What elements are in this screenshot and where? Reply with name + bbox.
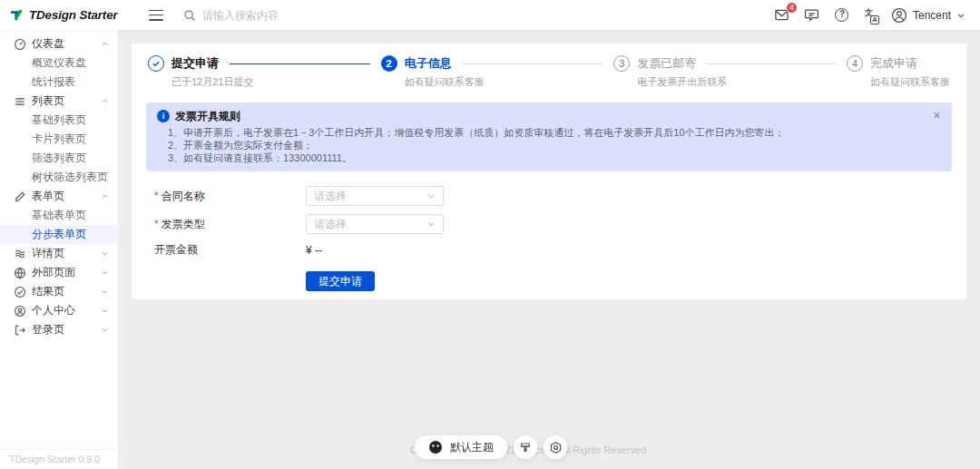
sidebar-item-tree-filter-list[interactable]: 树状筛选列表页 (0, 168, 118, 187)
sidebar-item-filter-list[interactable]: 筛选列表页 (0, 149, 118, 168)
step-number: 3 (613, 55, 630, 72)
alert-rule-3: 3、如有疑问请直接联系：13300001111。 (168, 151, 925, 164)
user-circle-icon (14, 305, 26, 318)
sidebar-item-list-pages[interactable]: 列表页 (0, 92, 118, 111)
step-invoice-mailed: 3 发票已邮寄 电子发票开出后联系 (613, 55, 847, 89)
theme-label: 默认主题 (450, 440, 494, 455)
help-icon: ? (835, 8, 848, 22)
sidebar-item-user-center[interactable]: 个人中心 (0, 301, 118, 320)
avatar-icon (891, 7, 907, 24)
app-version: TDesign Starter 0.9.0 (0, 449, 118, 469)
translate-icon: 文 A (865, 8, 879, 23)
mail-badge: 4 (786, 2, 798, 14)
sidebar-item-base-list[interactable]: 基础列表页 (0, 111, 118, 130)
sidebar-item-result-pages[interactable]: 结果页 (0, 282, 118, 301)
alert-rule-2: 2、开票金额为您实际支付金额； (168, 139, 925, 151)
sidebar-item-external-pages[interactable]: 外部页面 (0, 263, 118, 282)
chevron-down-icon (101, 288, 109, 296)
globe-icon (14, 267, 26, 279)
default-theme-button[interactable]: 默认主题 (415, 435, 507, 459)
contract-name-label: 合同名称 (154, 189, 306, 204)
sidebar: 仪表盘 概览仪表盘 统计报表 列表页 基础列表页 卡片列表页 筛选列表页 树状筛… (0, 30, 118, 469)
mail-button[interactable]: 4 (771, 5, 793, 26)
chevron-down-icon (101, 249, 109, 258)
search-input[interactable] (202, 9, 402, 22)
step-connector (230, 64, 370, 64)
sidebar-item-form-pages[interactable]: 表单页 (0, 187, 118, 206)
theme-toolbar: 默认主题 (415, 435, 567, 459)
top-header: TDesign Starter 4 ? 文 (0, 0, 980, 30)
dashboard-icon (14, 38, 26, 51)
notification-button[interactable] (801, 5, 823, 26)
info-icon: i (157, 110, 170, 122)
invoice-rules-alert: i 发票开具规则 1、申请开票后，电子发票在1－3个工作日内开具；增值税专用发票… (146, 103, 952, 171)
brush-button[interactable] (514, 435, 537, 459)
layers-icon (14, 248, 26, 260)
submit-application-button[interactable]: 提交申请 (306, 271, 375, 291)
chevron-down-icon (101, 269, 109, 277)
chevron-up-icon (101, 97, 109, 105)
help-button[interactable]: ? (831, 5, 853, 26)
sidebar-item-step-form[interactable]: 分步表单页 (0, 225, 118, 244)
sidebar-item-login-page[interactable]: 登录页 (0, 320, 118, 339)
step-electronic-info: 2 电子信息 如有疑问联系客服 (381, 55, 614, 89)
step-submit-application: 提交申请 已于12月21日提交 (148, 55, 381, 89)
chevron-down-icon (956, 11, 965, 20)
chevron-down-icon (426, 191, 436, 200)
invoice-amount-label: 开票金额 (154, 242, 306, 258)
alert-rule-1: 1、申请开票后，电子发票在1－3个工作日内开具；增值税专用发票（纸质）如资质审核… (168, 126, 925, 139)
alert-title: 发票开具规则 (175, 109, 925, 123)
sidebar-item-dashboard[interactable]: 仪表盘 (0, 34, 118, 54)
list-icon (14, 95, 26, 108)
step-complete-application: 4 完成申请 如有疑问联系客服 (847, 55, 950, 89)
sidebar-item-base-form[interactable]: 基础表单页 (0, 206, 118, 225)
chevron-up-icon (101, 40, 109, 48)
step-number: 4 (847, 55, 863, 72)
step-check-icon (148, 55, 164, 72)
stepper: 提交申请 已于12月21日提交 2 电子信息 如有疑问联系客服 3 发票已邮寄 (132, 44, 966, 89)
app-logo[interactable]: TDesign Starter (0, 8, 136, 23)
chevron-up-icon (101, 192, 109, 200)
invoice-amount-value: ¥ -- (306, 244, 322, 257)
step-connector (707, 64, 836, 64)
sidebar-item-statistics[interactable]: 统计报表 (0, 73, 118, 92)
chevron-down-icon (426, 220, 436, 229)
sidebar-item-card-list[interactable]: 卡片列表页 (0, 130, 118, 149)
user-name: Tencent (913, 9, 951, 22)
gear-icon (549, 441, 563, 454)
settings-button[interactable] (544, 435, 567, 459)
chevron-down-icon (101, 326, 109, 334)
step-form-card: 提交申请 已于12月21日提交 2 电子信息 如有疑问联系客服 3 发票已邮寄 (132, 44, 966, 299)
step-connector (463, 64, 603, 64)
logout-icon (14, 324, 26, 337)
chevron-down-icon (101, 307, 109, 315)
contract-name-select[interactable]: 请选择 (306, 186, 444, 206)
user-menu[interactable]: Tencent (891, 7, 965, 24)
close-icon[interactable]: ✕ (933, 109, 941, 122)
translate-button[interactable]: 文 A (861, 5, 883, 26)
menu-toggle-icon[interactable] (149, 10, 163, 21)
sidebar-item-detail-pages[interactable]: 详情页 (0, 244, 118, 263)
brush-icon (519, 441, 532, 454)
step-number: 2 (381, 55, 397, 72)
invoice-form: 合同名称 请选择 发票类型 请选择 开票金额 (132, 186, 966, 291)
search-icon (183, 9, 196, 22)
global-search (183, 9, 771, 22)
pencil-icon (14, 191, 26, 203)
check-circle-icon (14, 286, 26, 298)
app-title: TDesign Starter (29, 8, 118, 22)
invoice-type-label: 发票类型 (154, 217, 306, 232)
main-content: 提交申请 已于12月21日提交 2 电子信息 如有疑问联系客服 3 发票已邮寄 (118, 30, 980, 469)
invoice-type-select[interactable]: 请选择 (306, 214, 444, 234)
theme-icon (428, 440, 443, 454)
header-actions: 4 ? 文 A Tencent (771, 5, 980, 26)
sidebar-item-overview-dashboard[interactable]: 概览仪表盘 (0, 54, 118, 73)
tdesign-logo-icon (10, 8, 24, 23)
